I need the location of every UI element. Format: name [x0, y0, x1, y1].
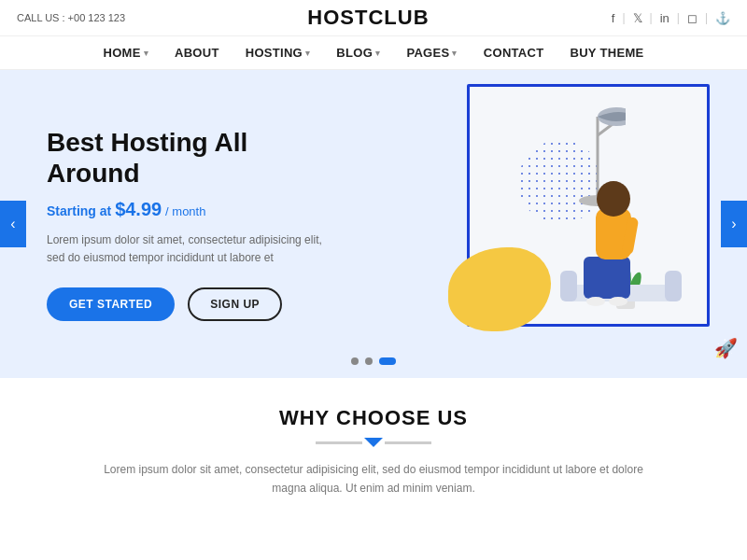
hero-description: Lorem ipsum dolor sit amet, consectetur … [47, 231, 327, 267]
hero-title: Best Hosting All Around [47, 127, 345, 189]
sign-up-button[interactable]: SIGN UP [188, 287, 282, 321]
divider-line-left [316, 441, 362, 444]
person-illustration [551, 163, 700, 350]
divider-arrow-icon [364, 438, 383, 447]
hero-content: Best Hosting All Around Starting at $4.9… [0, 99, 392, 350]
chevron-down-icon: ▾ [375, 49, 380, 58]
main-nav: HOME ▾ ABOUT HOSTING ▾ BLOG ▾ PAGES ▾ CO… [0, 36, 747, 70]
chevron-down-icon: ▾ [144, 49, 148, 58]
svg-rect-11 [584, 257, 630, 299]
linkedin-icon[interactable]: in [660, 11, 669, 25]
rocket-icon: 🚀 [714, 337, 738, 359]
svg-rect-10 [665, 271, 682, 301]
twitter-icon[interactable]: 𝕏 [633, 11, 642, 25]
site-logo[interactable]: HOSTCLUB [307, 6, 429, 30]
svg-point-13 [597, 181, 630, 217]
slider-dots [351, 357, 396, 365]
nav-about[interactable]: ABOUT [175, 46, 219, 60]
separator: | [677, 11, 680, 24]
separator: | [650, 11, 653, 24]
facebook-icon[interactable]: f [612, 11, 615, 25]
nav-hosting[interactable]: HOSTING ▾ [246, 46, 311, 60]
chevron-down-icon: ▾ [452, 49, 457, 58]
hero-section: ‹ Best Hosting All Around Starting at $4… [0, 70, 747, 378]
nav-blog[interactable]: BLOG ▾ [336, 46, 380, 60]
slider-dot-3[interactable] [379, 357, 396, 365]
slider-next-button[interactable]: › [721, 201, 747, 247]
chevron-down-icon: ▾ [305, 49, 310, 58]
phone-number: CALL US : +00 123 123 [17, 12, 125, 23]
price-prefix: Starting at [47, 203, 111, 218]
nav-contact[interactable]: CONTACT [484, 46, 544, 60]
get-started-button[interactable]: GET STARTED [47, 287, 175, 321]
hero-price-line: Starting at $4.99 / month [47, 199, 345, 220]
hero-illustration [430, 84, 710, 359]
top-bar: CALL US : +00 123 123 HOSTCLUB f | 𝕏 | i… [0, 0, 747, 36]
slider-prev-button[interactable]: ‹ [0, 201, 26, 247]
slider-dot-1[interactable] [351, 357, 359, 365]
svg-point-16 [609, 297, 627, 306]
svg-rect-9 [560, 271, 577, 301]
instagram-icon[interactable]: ◻ [687, 11, 698, 25]
hero-price: $4.99 [115, 199, 162, 219]
divider-line-right [385, 441, 431, 444]
hero-buttons: GET STARTED SIGN UP [47, 287, 345, 321]
why-title: WHY CHOOSE US [19, 406, 728, 430]
why-divider [19, 438, 728, 447]
slider-dot-2[interactable] [365, 357, 373, 365]
why-description: Lorem ipsum dolor sit amet, consectetur … [103, 460, 644, 498]
nav-buy-theme[interactable]: BUY THEME [570, 46, 643, 60]
separator: | [705, 11, 708, 24]
separator: | [622, 11, 625, 24]
nav-home[interactable]: HOME ▾ [103, 46, 148, 60]
svg-point-15 [586, 297, 605, 306]
why-choose-us-section: WHY CHOOSE US Lorem ipsum dolor sit amet… [0, 378, 747, 508]
nav-pages[interactable]: PAGES ▾ [406, 46, 457, 60]
price-suffix: / month [165, 204, 205, 218]
other-icon[interactable]: ⚓ [715, 11, 730, 25]
social-links: f | 𝕏 | in | ◻ | ⚓ [612, 11, 730, 25]
